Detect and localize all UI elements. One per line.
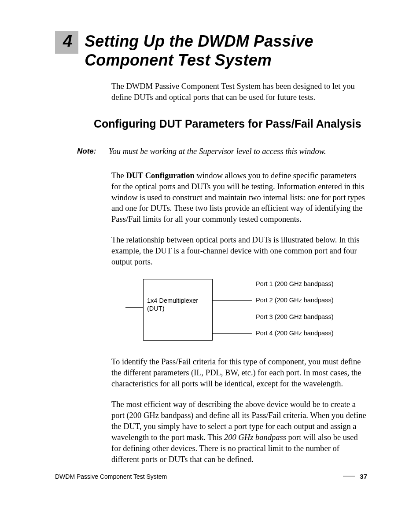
chapter-number-box: 4 [55,31,78,54]
diagram-port-label: Port 4 (200 GHz bandpass) [256,330,334,337]
diagram-dut-label-2: (DUT) [147,305,209,312]
body-paragraph-2: The relationship between optical ports a… [111,235,367,268]
chapter-header: 4 Setting Up the DWDM Passive Component … [55,31,367,70]
bold-term: DUT Configuration [126,171,194,180]
text-run: The [111,171,126,180]
diagram-output-line [213,333,252,334]
note-label: Note: [77,147,103,156]
footer-doc-title: DWDM Passive Component Test System [55,473,167,480]
page-footer: DWDM Passive Component Test System 37 [55,473,367,480]
diagram-output-line [213,300,252,301]
diagram-output-line [213,317,252,317]
diagram-port-label: Port 3 (200 GHz bandpass) [256,313,334,320]
diagram-dut-label-1: 1x4 Demultiplexer [147,297,209,305]
body-paragraph-3: To identify the Pass/Fail criteria for t… [111,356,367,389]
note-block: Note: You must be working at the Supervi… [77,147,367,156]
diagram-port-label: Port 1 (200 GHz bandpass) [256,280,334,287]
note-text: You must be working at the Supervisor le… [109,147,326,156]
footer-page-number: 37 [360,473,367,480]
diagram-output-line [213,284,252,284]
section-heading: Configuring DUT Parameters for Pass/Fail… [94,117,367,131]
diagram-input-line [125,307,143,308]
dut-diagram: 1x4 Demultiplexer (DUT) Port 1 (200 GHz … [125,277,367,343]
italic-term: 200 GHz bandpass [224,433,286,442]
chapter-title: Setting Up the DWDM Passive Component Te… [85,32,367,70]
diagram-dut-box: 1x4 Demultiplexer (DUT) [143,279,213,341]
footer-rule-icon [343,476,355,477]
diagram-port-label: Port 2 (200 GHz bandpass) [256,297,334,304]
body-paragraph-4: The most efficient way of describing the… [111,399,367,465]
body-paragraph-1: The DUT Configuration window allows you … [111,170,367,225]
intro-paragraph: The DWDM Passive Component Test System h… [111,81,367,103]
